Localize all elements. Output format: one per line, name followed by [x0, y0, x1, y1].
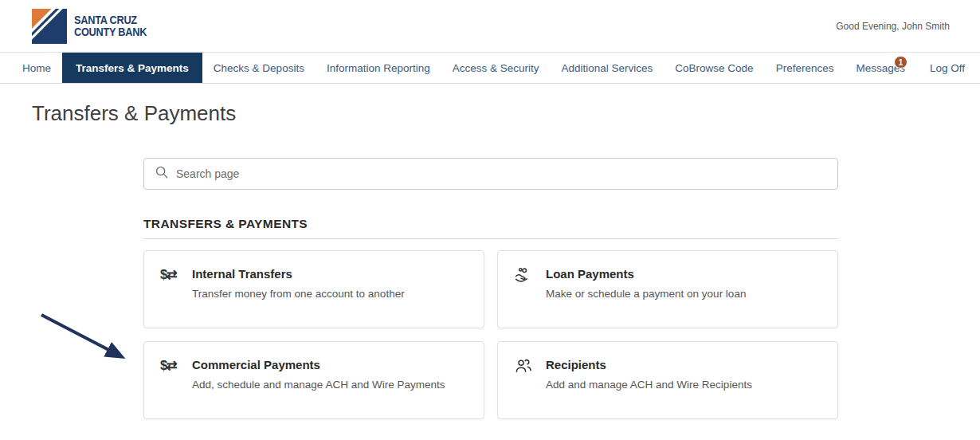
nav-label: CoBrowse Code	[675, 62, 753, 74]
commercial-payments-card[interactable]: $⇄ Commercial Payments Add, schedule and…	[143, 341, 484, 419]
nav-item-additional-services[interactable]: Additional Services	[551, 53, 664, 83]
nav-label: Information Reporting	[327, 62, 430, 74]
card-text: Loan Payments Make or schedule a payment…	[546, 266, 746, 300]
nav-label: Transfers & Payments	[76, 62, 189, 74]
bank-logo[interactable]: SANTA CRUZ COUNTY BANK	[32, 9, 157, 44]
bank-logo-text: SANTA CRUZ COUNTY BANK	[74, 14, 147, 38]
nav-label: Preferences	[776, 62, 834, 74]
card-description: Add, schedule and manage ACH and Wire Pa…	[192, 379, 445, 391]
nav-item-messages[interactable]: Messages 1	[845, 53, 919, 83]
page-title: Transfers & Payments	[32, 101, 980, 126]
nav-label: Additional Services	[562, 62, 653, 74]
main-nav: Home Transfers & Payments Checks & Depos…	[0, 53, 980, 84]
recipients-card[interactable]: Recipients Add and manage ACH and Wire R…	[497, 341, 838, 419]
card-title: Loan Payments	[546, 266, 746, 282]
search-box	[143, 158, 838, 190]
dollar-transfer-icon: $⇄	[160, 357, 182, 373]
search-input[interactable]	[176, 167, 827, 180]
card-description: Transfer money from one account to anoth…	[192, 288, 405, 300]
user-greeting: Good Evening, John Smith	[836, 21, 950, 32]
card-text: Commercial Payments Add, schedule and ma…	[192, 357, 445, 391]
nav-item-cobrowse-code[interactable]: CoBrowse Code	[664, 53, 764, 83]
nav-item-home[interactable]: Home	[11, 53, 62, 83]
messages-count-badge: 1	[894, 56, 907, 69]
nav-label: Checks & Deposits	[214, 62, 304, 74]
nav-item-transfers-payments[interactable]: Transfers & Payments	[62, 53, 202, 83]
nav-label: Home	[22, 62, 51, 74]
nav-item-preferences[interactable]: Preferences	[765, 53, 845, 83]
cards-grid: $⇄ Internal Transfers Transfer money fro…	[143, 250, 838, 419]
card-description: Make or schedule a payment on your loan	[546, 288, 746, 300]
card-title: Commercial Payments	[192, 357, 445, 373]
dollar-transfer-icon: $⇄	[160, 266, 182, 282]
section-title: TRANSFERS & PAYMENTS	[143, 217, 838, 239]
annotation-arrow-icon	[33, 308, 145, 375]
loan-payments-card[interactable]: Loan Payments Make or schedule a payment…	[497, 250, 838, 328]
nav-label: Log Off	[930, 62, 965, 74]
internal-transfers-card[interactable]: $⇄ Internal Transfers Transfer money fro…	[143, 250, 484, 328]
nav-item-log-off[interactable]: Log Off	[919, 53, 976, 83]
bank-logo-line1: SANTA CRUZ	[74, 14, 137, 26]
nav-label: Access & Security	[453, 62, 539, 74]
search-icon	[155, 165, 169, 183]
card-title: Internal Transfers	[192, 266, 405, 282]
nav-item-checks-deposits[interactable]: Checks & Deposits	[202, 53, 316, 83]
card-title: Recipients	[546, 357, 752, 373]
bank-logo-line2: COUNTY BANK	[74, 26, 147, 38]
app-header: SANTA CRUZ COUNTY BANK Good Evening, Joh…	[0, 0, 980, 53]
hand-coins-icon	[514, 266, 536, 284]
nav-item-information-reporting[interactable]: Information Reporting	[316, 53, 441, 83]
nav-item-access-security[interactable]: Access & Security	[441, 53, 551, 83]
page-content: TRANSFERS & PAYMENTS $⇄ Internal Transfe…	[143, 158, 838, 419]
card-text: Internal Transfers Transfer money from o…	[192, 266, 405, 300]
people-icon	[514, 357, 536, 375]
bank-logo-icon	[32, 9, 67, 44]
card-description: Add and manage ACH and Wire Recipients	[546, 379, 752, 391]
card-text: Recipients Add and manage ACH and Wire R…	[546, 357, 752, 391]
